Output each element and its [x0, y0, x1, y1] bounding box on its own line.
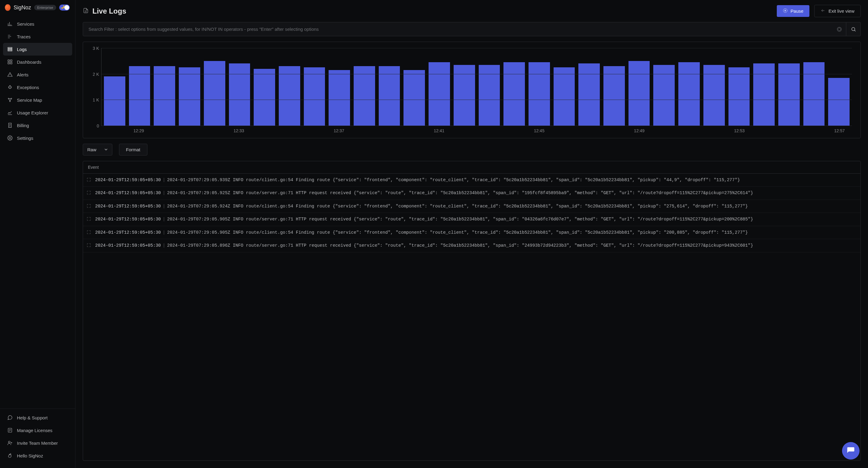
log-row[interactable]: 2024-01-29T12:59:05+05:30|2024-01-29T07:…: [83, 187, 861, 199]
search-input[interactable]: [89, 27, 834, 32]
sidebar-item-help-support[interactable]: Help & Support: [3, 411, 72, 424]
format-button[interactable]: Format: [119, 144, 147, 156]
sidebar-item-label: Logs: [17, 47, 27, 52]
table-body[interactable]: 2024-01-29T12:59:05+05:30|2024-01-29T07:…: [83, 174, 861, 461]
sidebar-item-alerts[interactable]: Alerts: [3, 68, 72, 81]
chart-area[interactable]: 01 K2 K3 K: [101, 48, 852, 126]
bar[interactable]: [554, 67, 575, 126]
chat-icon: [846, 446, 855, 455]
x-tick-label: 12:53: [734, 128, 745, 133]
theme-toggle[interactable]: [59, 4, 70, 10]
bar[interactable]: [503, 62, 525, 126]
bar[interactable]: [304, 67, 325, 126]
x-tick-label: 12:29: [133, 128, 144, 133]
sidebar-item-usage-explorer[interactable]: Usage Explorer: [3, 106, 72, 119]
log-row[interactable]: 2024-01-29T12:59:05+05:30|2024-01-29T07:…: [83, 226, 861, 239]
expand-icon[interactable]: [87, 177, 91, 182]
sidebar-item-manage-licenses[interactable]: Manage Licenses: [3, 424, 72, 437]
y-tick-label: 0: [97, 124, 99, 128]
bar[interactable]: [354, 66, 375, 126]
table-header-event: Event: [83, 161, 861, 174]
svg-rect-1: [8, 49, 12, 50]
bar[interactable]: [578, 63, 600, 126]
expand-icon[interactable]: [87, 190, 91, 194]
expand-icon[interactable]: [87, 217, 91, 221]
sidebar-footer: Help & SupportManage LicensesInvite Team…: [0, 408, 75, 468]
y-tick-label: 3 K: [93, 46, 99, 51]
log-row[interactable]: 2024-01-29T12:59:05+05:30|2024-01-29T07:…: [83, 174, 861, 187]
y-tick-label: 1 K: [93, 97, 99, 102]
bar[interactable]: [104, 76, 125, 126]
sidebar-header: SigNoz Enterprise: [0, 0, 75, 15]
svg-rect-16: [785, 10, 785, 11]
sidebar-item-label: Service Map: [17, 97, 42, 103]
page-title-wrap: Live Logs: [83, 7, 126, 15]
clear-icon[interactable]: [837, 27, 842, 32]
segments-icon: [7, 34, 13, 39]
search-button[interactable]: [846, 22, 861, 36]
y-tick-label: 2 K: [93, 72, 99, 77]
log-timestamp: 2024-01-29T12:59:05+05:30: [95, 230, 161, 235]
x-tick-label: 12:57: [834, 128, 845, 133]
sidebar-item-logs[interactable]: Logs: [3, 43, 72, 56]
bar[interactable]: [254, 69, 275, 126]
separator: |: [161, 190, 167, 195]
bar[interactable]: [728, 67, 750, 126]
sidebar: SigNoz Enterprise ServicesTracesLogsDash…: [0, 0, 75, 468]
sidebar-item-service-map[interactable]: Service Map: [3, 94, 72, 106]
sidebar-item-services[interactable]: Services: [3, 18, 72, 30]
sidebar-nav: ServicesTracesLogsDashboardsAlertsExcept…: [0, 15, 75, 408]
log-row[interactable]: 2024-01-29T12:59:05+05:30|2024-01-29T07:…: [83, 239, 861, 252]
sidebar-item-label: Exceptions: [17, 85, 39, 90]
pause-icon: [783, 8, 788, 14]
bar[interactable]: [204, 61, 225, 126]
bar[interactable]: [603, 66, 625, 126]
bug-icon: [7, 85, 13, 90]
bar[interactable]: [778, 63, 800, 126]
chat-bubble-button[interactable]: [842, 442, 860, 460]
bar[interactable]: [129, 66, 150, 126]
log-timestamp: 2024-01-29T12:59:05+05:30: [95, 217, 161, 222]
log-body-text: 2024-01-29T07:29:05.925Z INFO route/serv…: [167, 190, 753, 195]
bar[interactable]: [279, 66, 300, 126]
sidebar-item-exceptions[interactable]: Exceptions: [3, 81, 72, 94]
search-row: [83, 22, 861, 36]
sidebar-item-label: Usage Explorer: [17, 110, 48, 115]
bar[interactable]: [154, 66, 175, 126]
bar[interactable]: [403, 70, 425, 126]
sidebar-item-invite-team-member[interactable]: Invite Team Member: [3, 437, 72, 449]
bar[interactable]: [329, 70, 350, 126]
sidebar-item-label: Alerts: [17, 72, 28, 77]
bar[interactable]: [529, 62, 550, 126]
sidebar-item-hello-signoz[interactable]: Hello SigNoz: [3, 449, 72, 462]
bar[interactable]: [803, 62, 825, 126]
sidebar-item-billing[interactable]: Billing: [3, 119, 72, 132]
svg-rect-6: [10, 62, 12, 64]
bar[interactable]: [678, 62, 700, 126]
separator: |: [161, 217, 167, 222]
sidebar-item-dashboards[interactable]: Dashboards: [3, 56, 72, 68]
exit-label: Exit live view: [829, 8, 855, 13]
bar[interactable]: [753, 63, 775, 126]
log-body-text: 2024-01-29T07:29:05.924Z INFO route/clie…: [167, 204, 748, 209]
log-row[interactable]: 2024-01-29T12:59:05+05:30|2024-01-29T07:…: [83, 213, 861, 226]
display-mode-select[interactable]: Raw: [83, 144, 112, 156]
bar[interactable]: [628, 61, 650, 126]
expand-icon[interactable]: [87, 204, 91, 208]
expand-icon[interactable]: [87, 243, 91, 247]
bar[interactable]: [429, 62, 450, 126]
sidebar-item-traces[interactable]: Traces: [3, 30, 72, 43]
pause-button[interactable]: Pause: [777, 5, 810, 17]
grid-icon: [7, 59, 13, 65]
expand-icon[interactable]: [87, 230, 91, 234]
exit-button[interactable]: Exit live view: [814, 5, 861, 17]
log-body-text: 2024-01-29T07:29:05.896Z INFO route/serv…: [167, 243, 753, 248]
bar[interactable]: [229, 63, 250, 126]
bar[interactable]: [828, 78, 849, 126]
main: Live Logs Pause Exit live view 01: [75, 0, 868, 468]
sidebar-item-settings[interactable]: Settings: [3, 132, 72, 144]
bar[interactable]: [179, 67, 200, 126]
bar[interactable]: [379, 66, 400, 126]
svg-rect-7: [9, 86, 11, 89]
log-row[interactable]: 2024-01-29T12:59:05+05:30|2024-01-29T07:…: [83, 200, 861, 213]
